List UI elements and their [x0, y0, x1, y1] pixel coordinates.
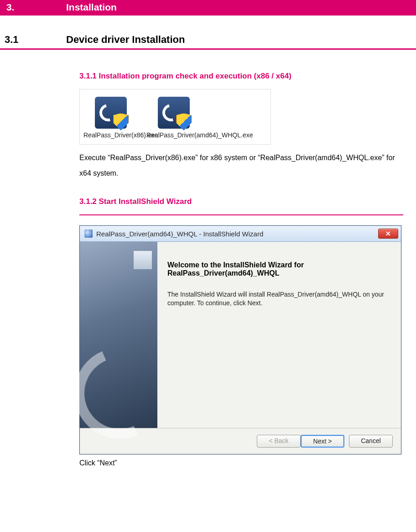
uac-shield-icon [113, 113, 129, 130]
installer-amd64-label: RealPass_Driver(amd64)_WHQL.exe [146, 131, 201, 139]
uac-shield-icon [176, 113, 192, 130]
section-title: Installation [66, 2, 117, 13]
next-button[interactable]: Next > [301, 435, 344, 448]
subsection-heading: 3.1 Device driver Installation [0, 16, 416, 50]
installer-x86-label: RealPass_Driver(x86).exe [83, 131, 138, 139]
wizard-sidebar-image [80, 242, 157, 428]
back-button: < Back [257, 435, 301, 448]
window-titlebar: RealPass_Driver(amd64)_WHQL - InstallShi… [80, 226, 401, 242]
cancel-button[interactable]: Cancel [349, 435, 393, 448]
close-icon: ✕ [385, 230, 391, 237]
close-button[interactable]: ✕ [378, 229, 398, 239]
explorer-icons-panel: RealPass_Driver(x86).exe RealPass_Driver… [79, 89, 271, 145]
subsection-number: 3.1 [5, 34, 66, 46]
wizard-welcome-body: The InstallShield Wizard will install Re… [167, 290, 390, 308]
app-icon [95, 97, 127, 129]
step-heading-312: 3.1.2 Start InstallShield Wizard [79, 197, 403, 206]
installshield-window: RealPass_Driver(amd64)_WHQL - InstallShi… [79, 225, 401, 454]
installer-amd64-icon[interactable]: RealPass_Driver(amd64)_WHQL.exe [146, 97, 201, 139]
section-number: 3. [5, 2, 66, 13]
step-311-text: Execute “RealPass_Driver(x86).exe” for x… [79, 150, 403, 181]
window-title: RealPass_Driver(amd64)_WHQL - InstallShi… [96, 230, 263, 238]
installer-x86-icon[interactable]: RealPass_Driver(x86).exe [83, 97, 138, 139]
step-heading-311: 3.1.1 Installation program check and exe… [79, 72, 403, 81]
wizard-content: Welcome to the InstallShield Wizard for … [157, 242, 401, 428]
app-icon [158, 97, 190, 129]
step-312-caption: Click “Next” [79, 459, 403, 467]
section-heading-1: 3. Installation [0, 0, 416, 16]
wizard-welcome-title: Welcome to the InstallShield Wizard for … [167, 261, 390, 277]
divider [79, 214, 403, 215]
subsection-title: Device driver Installation [66, 34, 185, 46]
window-app-icon [84, 229, 93, 238]
